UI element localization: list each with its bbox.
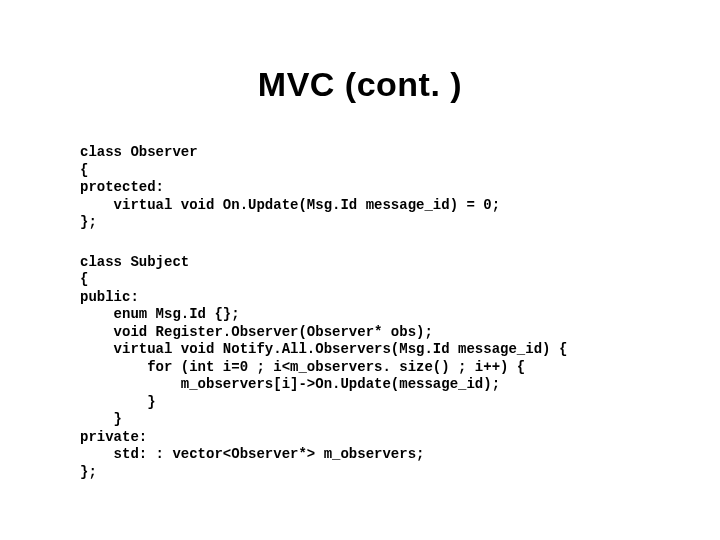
code-block-observer: class Observer { protected: virtual void… [80, 144, 640, 232]
code-block-subject: class Subject { public: enum Msg.Id {}; … [80, 254, 640, 482]
slide: MVC (cont. ) class Observer { protected:… [0, 65, 720, 540]
slide-title: MVC (cont. ) [80, 65, 640, 104]
